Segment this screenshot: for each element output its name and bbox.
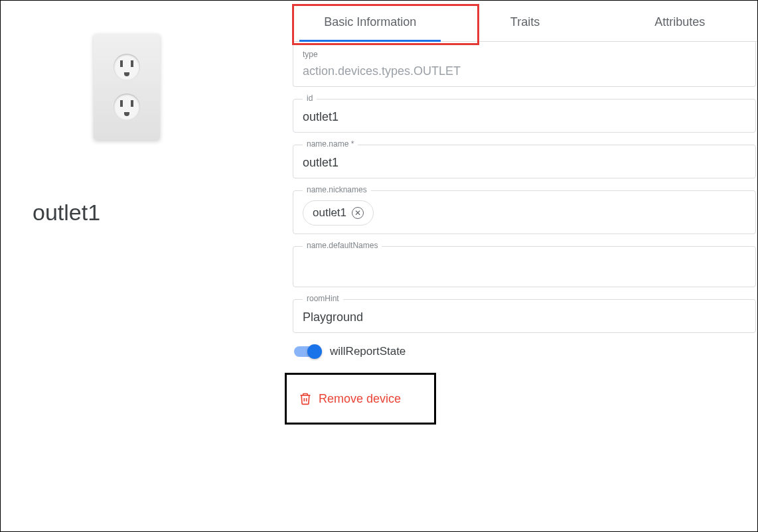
field-name-nicknames[interactable]: name.nicknames outlet1 ✕ [293,190,756,234]
field-name-nicknames-label: name.nicknames [303,185,371,194]
field-roomhint-value: Playground [303,305,746,324]
outlet-socket-top [114,54,140,80]
trash-icon [299,391,312,406]
field-roomhint-label: roomHint [303,294,343,303]
remove-device-button[interactable]: Remove device [287,385,413,413]
field-name-name-label: name.name * [303,139,358,149]
close-icon[interactable]: ✕ [352,207,364,219]
field-type-value: action.devices.types.OUTLET [303,59,746,78]
field-name-name-value: outlet1 [303,151,746,170]
nickname-chip[interactable]: outlet1 ✕ [303,200,374,226]
right-panel: Basic Information Traits Attributes type… [293,1,757,531]
field-type[interactable]: type action.devices.types.OUTLET [293,42,756,87]
device-outlet-image [94,34,160,140]
remove-device-label: Remove device [319,392,401,406]
tab-basic-information[interactable]: Basic Information [293,1,447,41]
toggle-willreportstate-row: willReportState [294,345,756,358]
field-name-defaultnames-value [303,252,746,257]
field-name-defaultnames[interactable]: name.defaultNames [293,246,756,287]
device-title: outlet1 [33,200,266,226]
field-id-label: id [303,94,317,103]
toggle-willreportstate[interactable] [294,346,321,357]
form-area: type action.devices.types.OUTLET id outl… [293,42,757,425]
field-roomhint[interactable]: roomHint Playground [293,299,756,333]
nickname-chip-label: outlet1 [313,206,346,220]
toggle-thumb [307,344,322,359]
field-id-value: outlet1 [303,105,746,124]
highlight-remove-device: Remove device [285,373,436,425]
tab-attributes[interactable]: Attributes [603,1,757,41]
outlet-socket-bottom [114,94,140,120]
field-name-defaultnames-label: name.defaultNames [303,241,382,250]
device-sidebar: outlet1 [1,1,293,531]
field-name-name[interactable]: name.name * outlet1 [293,145,756,178]
field-type-label: type [303,47,746,59]
toggle-willreportstate-label: willReportState [330,345,406,358]
tab-traits[interactable]: Traits [447,1,602,41]
field-id[interactable]: id outlet1 [293,99,756,133]
tabs-bar: Basic Information Traits Attributes [293,1,757,42]
